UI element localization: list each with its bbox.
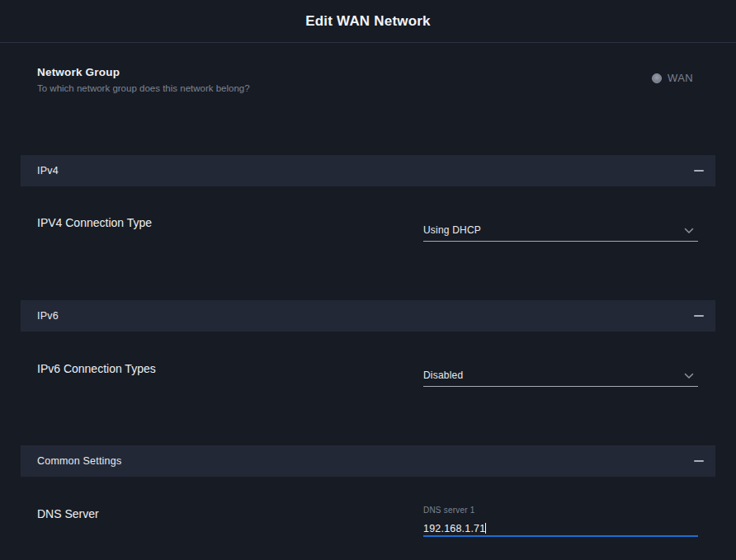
radio-selected-icon [652, 73, 662, 83]
section-header-ipv4[interactable]: IPv4 [21, 155, 715, 186]
section-header-common-settings[interactable]: Common Settings [21, 445, 715, 477]
network-group-description: To which network group does this network… [37, 83, 250, 93]
ipv4-connection-type-value: Using DHCP [423, 224, 481, 236]
edit-wan-network-dialog: Edit WAN Network Network Group To which … [0, 0, 736, 560]
section-title-ipv4: IPv4 [37, 165, 59, 176]
radio-wan-label: WAN [668, 72, 693, 84]
network-group-radio-wan[interactable]: WAN [652, 72, 693, 84]
ipv4-connection-type-dropdown[interactable]: Using DHCP [423, 223, 698, 242]
section-header-ipv6[interactable]: IPv6 [21, 300, 715, 332]
dns-server-label: DNS Server [37, 507, 99, 520]
dns-server-1-input[interactable]: 192.168.1.71 [423, 520, 698, 537]
minus-icon[interactable] [694, 315, 704, 317]
chevron-down-icon [684, 373, 694, 379]
page-title: Edit WAN Network [305, 13, 431, 30]
chevron-down-icon [684, 228, 694, 234]
ipv4-connection-type-label: IPV4 Connection Type [37, 216, 152, 229]
minus-icon[interactable] [694, 460, 704, 462]
network-group-row: Network Group To which network group doe… [37, 66, 693, 93]
minus-icon[interactable] [694, 170, 704, 172]
dns-server-1-field-label: DNS server 1 [423, 506, 698, 515]
ipv6-connection-types-dropdown[interactable]: Disabled [423, 368, 698, 387]
ipv6-connection-types-label: IPv6 Connection Types [37, 362, 156, 375]
section-title-common-settings: Common Settings [37, 455, 121, 467]
network-group-labels: Network Group To which network group doe… [37, 66, 250, 93]
dialog-header: Edit WAN Network [0, 0, 736, 43]
text-caret [485, 523, 486, 534]
dns-server-1-value: 192.168.1.71 [423, 523, 485, 534]
ipv6-connection-types-value: Disabled [423, 369, 463, 381]
network-group-label: Network Group [37, 66, 250, 78]
dns-server-1-group: DNS server 1 192.168.1.71 [423, 506, 698, 537]
section-title-ipv6: IPv6 [37, 310, 59, 322]
